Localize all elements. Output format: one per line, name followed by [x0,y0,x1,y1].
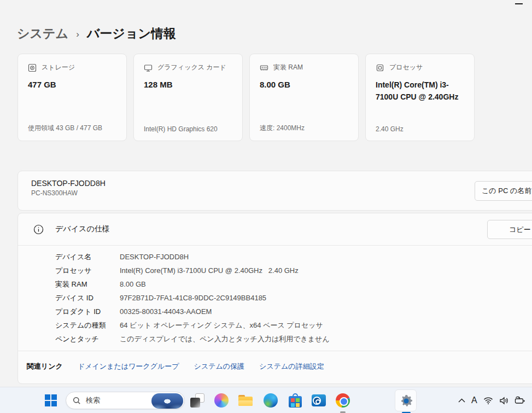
taskbar: 検索 [0,387,532,413]
card-value: Intel(R) Core(TM) i3-7100U CPU @ 2.40GHz [376,79,464,103]
device-name: DESKTOP-FJODD8H [31,179,532,188]
card-caption: 2.40 GHz [376,125,464,133]
search-highlight-image[interactable] [151,393,183,409]
spec-row: システムの種類 64 ビット オペレーティング システム、x64 ベース プロセ… [55,318,532,332]
link-domain-or-workgroup[interactable]: ドメインまたはワークグループ [78,362,179,371]
card-caption: 速度: 2400MHz [260,124,348,133]
file-explorer-icon[interactable] [238,393,253,408]
storage-card: ストレージ 477 GB 使用領域 43 GB / 477 GB [17,54,127,141]
card-value: 477 GB [28,79,116,91]
taskview-icon[interactable] [190,393,204,408]
card-title: グラフィックス カード [157,63,226,72]
search-icon [73,397,81,405]
tray-chevron-icon[interactable] [458,398,465,403]
copy-button[interactable]: コピー [487,220,532,239]
battery-icon[interactable] [515,396,525,405]
card-caption: 使用領域 43 GB / 477 GB [28,124,116,133]
breadcrumb-system[interactable]: システム [17,25,68,42]
ram-icon [260,63,268,72]
volume-icon[interactable] [499,397,508,405]
card-title: 実装 RAM [273,63,303,72]
spec-row: プロダクト ID 00325-80031-44043-AAOEM [55,305,532,318]
card-value: 8.00 GB [260,79,348,91]
link-advanced-system-settings[interactable]: システムの詳細設定 [259,362,324,371]
chrome-icon[interactable] [336,393,350,408]
card-caption: Intel(R) HD Graphics 620 [144,125,232,133]
info-icon [33,224,44,235]
edge-icon[interactable] [264,393,278,408]
spec-row: 実装 RAM 8.00 GB [55,277,532,291]
related-links: 関連リンク ドメインまたはワークグループ システムの保護 システムの詳細設定 [18,351,532,382]
settings-icon[interactable] [395,389,417,411]
specs-section-title: デバイスの仕様 [55,224,110,234]
rename-pc-button[interactable]: この PC の名前を変更 [475,181,532,201]
ime-indicator[interactable]: A [471,395,477,405]
spec-rows: デバイス名 DESKTOP-FJODD8H プロセッサ Intel(R) Cor… [18,246,532,346]
search-placeholder: 検索 [86,395,100,405]
storage-icon [28,63,37,72]
card-title: ストレージ [42,63,75,72]
system-tray: A [458,387,525,413]
spec-row: プロセッサ Intel(R) Core(TM) i3-7100U CPU @ 2… [55,264,532,277]
outlook-icon[interactable] [312,393,326,408]
copilot-icon[interactable] [214,393,229,408]
minimize-icon[interactable] [515,3,523,8]
graphics-card: グラフィックス カード 128 MB Intel(R) HD Graphics … [133,54,243,141]
page-title: バージョン情報 [87,25,176,42]
summary-cards: ストレージ 477 GB 使用領域 43 GB / 477 GB グラフィックス… [17,54,475,141]
processor-card: プロセッサ Intel(R) Core(TM) i3-7100U CPU @ 2… [365,54,475,141]
spec-row: ペンとタッチ このディスプレイでは、ペン入力とタッチ入力は利用できません [55,332,532,346]
cpu-icon [376,63,384,72]
ram-card: 実装 RAM 8.00 GB 速度: 2400MHz [249,54,359,141]
spec-row: デバイス ID 97F2B71D-7FA1-41C8-9DDC-2C9149BB… [55,291,532,305]
device-name-panel: DESKTOP-FJODD8H PC-NS300HAW この PC の名前を変更 [17,171,532,211]
device-specs-panel: デバイスの仕様 コピー デバイス名 DESKTOP-FJODD8H プロセッサ … [17,213,532,384]
graphics-icon [144,63,153,72]
link-system-protection[interactable]: システムの保護 [194,362,245,371]
spec-row: デバイス名 DESKTOP-FJODD8H [55,250,532,264]
breadcrumb: システム › バージョン情報 [17,25,176,42]
start-icon[interactable] [45,394,57,406]
wifi-icon[interactable] [483,397,493,405]
related-links-label: 関連リンク [27,362,63,371]
store-icon[interactable] [288,393,302,408]
device-model: PC-NS300HAW [31,189,532,197]
chevron-right-icon: › [76,29,79,40]
card-value: 128 MB [144,79,232,91]
search-input[interactable]: 検索 [66,392,185,409]
gear-icon [399,394,413,408]
card-title: プロセッサ [389,63,423,72]
